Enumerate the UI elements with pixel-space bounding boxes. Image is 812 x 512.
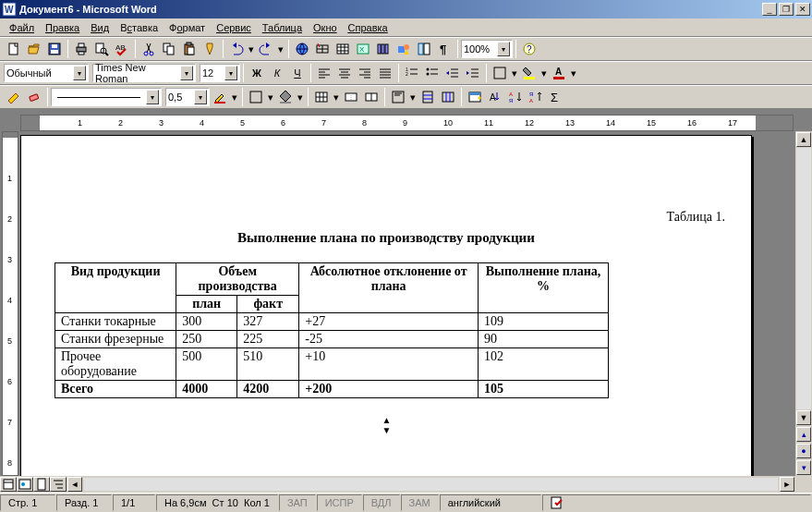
highlight-icon[interactable] (519, 63, 539, 83)
zoom-combo[interactable]: 100%▾ (461, 40, 513, 58)
paste-icon[interactable] (179, 39, 200, 59)
distribute-rows-icon[interactable] (418, 87, 438, 107)
merge-cells-icon[interactable] (341, 87, 361, 107)
scroll-down-icon[interactable]: ▼ (796, 410, 811, 425)
columns-icon[interactable] (373, 39, 394, 59)
redo-icon[interactable] (256, 39, 276, 59)
prev-page-icon[interactable]: ▴ (796, 427, 811, 442)
print-icon[interactable] (71, 39, 91, 59)
split-cells-icon[interactable] (361, 87, 382, 107)
status-rec[interactable]: ЗАП (279, 494, 316, 511)
scroll-left-icon[interactable]: ◄ (67, 477, 82, 492)
copy-icon[interactable] (159, 39, 179, 59)
draw-table-icon[interactable] (4, 87, 24, 107)
align-justify-icon[interactable] (375, 63, 395, 83)
status-lang[interactable]: английский (440, 494, 541, 511)
table-resize-icon[interactable]: ▲▼ (47, 415, 725, 435)
align-left-icon[interactable] (314, 63, 334, 83)
font-color-icon[interactable]: A (549, 63, 569, 83)
italic-icon[interactable]: К (267, 63, 287, 83)
doc-map-icon[interactable] (414, 39, 434, 59)
sort-asc-icon[interactable]: АЯ (505, 87, 526, 107)
underline-icon[interactable]: Ч (287, 63, 308, 83)
view-normal-icon[interactable] (0, 477, 17, 492)
menu-edit[interactable]: Правка (40, 20, 85, 35)
distribute-cols-icon[interactable] (438, 87, 458, 107)
border-dropdown-icon[interactable]: ▾ (266, 87, 275, 107)
vertical-scrollbar[interactable]: ▲ ▼ ▴ ● ▾ (795, 131, 812, 476)
borders-dropdown-icon[interactable]: ▾ (510, 63, 519, 83)
align-right-icon[interactable] (355, 63, 375, 83)
print-preview-icon[interactable] (91, 39, 112, 59)
line-style-combo[interactable]: ▾ (51, 88, 162, 106)
minimize-button[interactable]: _ (762, 3, 777, 16)
undo-dropdown-icon[interactable]: ▾ (247, 39, 256, 59)
undo-icon[interactable] (226, 39, 247, 59)
hyperlink-icon[interactable] (292, 39, 312, 59)
browse-object-icon[interactable]: ● (796, 444, 811, 458)
border-color-dropdown-icon[interactable]: ▾ (230, 87, 239, 107)
redo-dropdown-icon[interactable]: ▾ (276, 39, 285, 59)
next-page-icon[interactable]: ▾ (796, 460, 811, 475)
scroll-up-icon[interactable]: ▲ (796, 132, 811, 147)
horizontal-ruler[interactable]: 1234567891011121314151617 (20, 115, 794, 131)
view-web-icon[interactable] (17, 477, 33, 492)
insert-table-dropdown-icon[interactable]: ▾ (332, 87, 341, 107)
border-color-icon[interactable] (210, 87, 230, 107)
text-direction-icon[interactable]: A (485, 87, 505, 107)
tables-borders-icon[interactable] (312, 39, 333, 59)
status-spell-icon[interactable] (542, 494, 811, 511)
menu-help[interactable]: Справка (343, 20, 394, 35)
menu-file[interactable]: Файл (4, 20, 40, 35)
menu-window[interactable]: Окно (308, 20, 343, 35)
insert-table-btn-icon[interactable] (311, 87, 332, 107)
help-icon[interactable]: ? (519, 39, 539, 59)
bold-icon[interactable]: Ж (247, 63, 267, 83)
show-marks-icon[interactable]: ¶ (434, 39, 454, 59)
insert-excel-icon[interactable]: X (353, 39, 373, 59)
line-weight-combo[interactable]: 0,5▾ (165, 88, 210, 106)
menu-insert[interactable]: Вставка (115, 20, 164, 35)
indent-icon[interactable] (463, 63, 483, 83)
drawing-icon[interactable] (394, 39, 414, 59)
view-outline-icon[interactable] (50, 477, 67, 492)
sort-desc-icon[interactable]: ЯА (526, 87, 546, 107)
borders-icon[interactable] (490, 63, 510, 83)
font-combo[interactable]: Times New Roman▾ (92, 64, 196, 82)
numbering-icon[interactable]: 12 (402, 63, 422, 83)
align-cell-dropdown-icon[interactable]: ▾ (408, 87, 418, 107)
save-icon[interactable] (44, 39, 65, 59)
menu-table[interactable]: Таблица (257, 20, 308, 35)
maximize-button[interactable]: ❐ (779, 3, 794, 16)
spell-check-icon[interactable]: AB (112, 39, 132, 59)
format-painter-icon[interactable] (200, 39, 220, 59)
style-combo[interactable]: Обычный▾ (4, 64, 89, 82)
menu-format[interactable]: Формат (164, 20, 211, 35)
scroll-right-icon[interactable]: ► (780, 477, 794, 492)
vertical-ruler[interactable]: 12345678 (0, 131, 20, 476)
bullets-icon[interactable] (422, 63, 442, 83)
close-button[interactable]: ✕ (795, 3, 810, 16)
outdent-icon[interactable] (442, 63, 463, 83)
autosum-icon[interactable]: Σ (546, 87, 566, 107)
outside-border-icon[interactable] (246, 87, 266, 107)
menu-tools[interactable]: Сервис (211, 20, 257, 35)
status-ovr[interactable]: ЗАМ (401, 494, 439, 511)
view-print-icon[interactable] (33, 477, 50, 492)
shading-dropdown-icon[interactable]: ▾ (296, 87, 305, 107)
align-cell-icon[interactable] (388, 87, 408, 107)
autoformat-icon[interactable] (465, 87, 485, 107)
highlight-dropdown-icon[interactable]: ▾ (539, 63, 549, 83)
document-area[interactable]: Таблица 1. Выполнение плана по производс… (20, 131, 795, 476)
insert-table-icon[interactable] (333, 39, 353, 59)
menu-view[interactable]: Вид (85, 20, 115, 35)
cut-icon[interactable] (139, 39, 159, 59)
open-icon[interactable] (24, 39, 44, 59)
font-color-dropdown-icon[interactable]: ▾ (569, 63, 578, 83)
align-center-icon[interactable] (334, 63, 355, 83)
status-ext[interactable]: ВДЛ (363, 494, 400, 511)
status-trk[interactable]: ИСПР (317, 494, 362, 511)
shading-icon[interactable] (275, 87, 296, 107)
new-doc-icon[interactable] (4, 39, 24, 59)
eraser-icon[interactable] (24, 87, 44, 107)
